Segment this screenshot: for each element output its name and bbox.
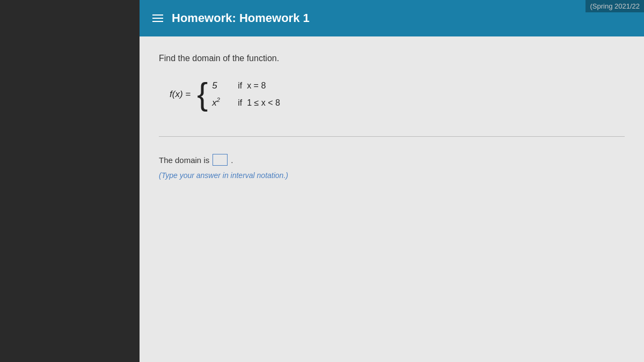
main-content: (Spring 2021/22 Homework: Homework 1 Fin…	[140, 0, 644, 362]
left-panel	[0, 0, 140, 362]
hamburger-icon[interactable]	[152, 14, 163, 22]
page-title: Homework: Homework 1	[172, 11, 310, 25]
case-row-2: x2 if 1 ≤ x < 8	[212, 97, 280, 108]
question-section: Find the domain of the function. f(x) = …	[159, 54, 625, 128]
case-condition-2: if 1 ≤ x < 8	[238, 98, 280, 108]
content-area: Find the domain of the function. f(x) = …	[140, 36, 644, 362]
domain-answer-line: The domain is .	[159, 154, 625, 166]
answer-section: The domain is . (Type your answer in int…	[159, 145, 625, 180]
left-brace: {	[197, 78, 208, 110]
instruction-text: Find the domain of the function.	[159, 54, 625, 63]
cases-container: 5 if x = 8 x2 if 1 ≤ x < 8	[212, 78, 280, 110]
header-bar: Homework: Homework 1	[140, 0, 644, 36]
answer-prefix: The domain is	[159, 156, 209, 165]
case-row-1: 5 if x = 8	[212, 80, 280, 91]
function-display: f(x) = { 5 if x = 8 x2 if 1 ≤ x < 8	[170, 78, 625, 110]
case-value-1: 5	[212, 80, 227, 91]
period: .	[231, 156, 233, 165]
interval-hint: (Type your answer in interval notation.)	[159, 171, 625, 180]
function-label: f(x) =	[170, 89, 191, 100]
case-value-2: x2	[212, 97, 227, 108]
section-divider	[159, 136, 625, 137]
case-condition-1: if x = 8	[238, 81, 266, 91]
answer-input-box[interactable]	[213, 154, 228, 166]
semester-label: (Spring 2021/22	[586, 0, 644, 12]
piecewise-function: { 5 if x = 8 x2 if 1 ≤ x < 8	[197, 78, 280, 110]
